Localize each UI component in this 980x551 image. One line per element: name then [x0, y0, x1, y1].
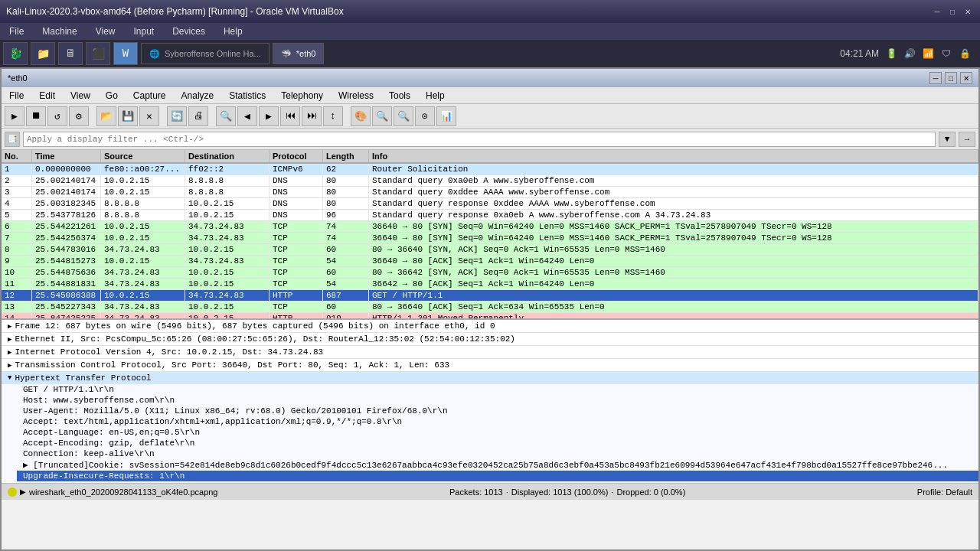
ws-menu-file[interactable]: File	[6, 89, 27, 103]
packet-cell-5: 54	[323, 279, 369, 289]
taskbar-icon-1[interactable]: 🐉	[3, 42, 28, 65]
minimize-button[interactable]: ─	[931, 5, 943, 18]
packet-row[interactable]: 525.5437781268.8.8.810.0.2.15DNS96Standa…	[2, 210, 978, 221]
packet-row[interactable]: 625.54422126110.0.2.1534.73.24.83TCP7436…	[2, 221, 978, 233]
packet-row[interactable]: 325.00214017410.0.2.158.8.8.8DNS80Standa…	[2, 187, 978, 198]
toolbar-go-last[interactable]: ⏭	[302, 106, 322, 126]
detail-line-1[interactable]: Host: www.syberoffense.com\r\n	[17, 395, 978, 406]
ws-menu-help[interactable]: Help	[423, 89, 448, 103]
vbox-menu-input[interactable]: Input	[131, 24, 158, 38]
taskbar-icon-3[interactable]: 🖥	[58, 42, 83, 65]
detail-line-2[interactable]: User-Agent: Mozilla/5.0 (X11; Linux x86_…	[17, 406, 978, 416]
ws-menu-edit[interactable]: Edit	[36, 89, 58, 103]
packet-cell-3: 34.73.24.83	[185, 221, 270, 232]
packet-cell-5: 60	[323, 267, 369, 278]
packet-row[interactable]: 1325.54522734334.73.24.8310.0.2.15TCP608…	[2, 302, 978, 313]
taskbar-icon-4[interactable]: ⬛	[86, 42, 110, 65]
ws-menu-tools[interactable]: Tools	[386, 89, 413, 103]
packet-cell-3: 10.0.2.15	[185, 198, 270, 209]
vbox-menu-devices[interactable]: Devices	[169, 24, 208, 38]
toolbar-zoom-reset[interactable]: ⊙	[415, 106, 435, 126]
filter-dropdown-button[interactable]: ▼	[939, 132, 956, 147]
filter-input[interactable]	[23, 132, 936, 147]
detail-line-4[interactable]: Accept-Language: en-US,en;q=0.5\r\n	[17, 427, 978, 438]
packet-cell-5: 687	[323, 290, 369, 301]
taskbar-icon-2[interactable]: 📁	[31, 42, 55, 65]
toolbar-restart-capture[interactable]: ↺	[47, 106, 67, 126]
packet-rows-container: 10.000000000fe80::a00:27...ff02::2ICMPv6…	[2, 164, 978, 318]
toolbar-zoom-in[interactable]: 🔍	[372, 106, 392, 126]
packet-cell-1: 0.000000000	[32, 164, 101, 174]
toolbar-close-file[interactable]: ✕	[139, 106, 159, 126]
detail-section-header-0[interactable]: ▶Frame 12: 687 bytes on wire (5496 bits)…	[2, 320, 978, 332]
ws-maximize-button[interactable]: □	[945, 72, 957, 84]
toolbar-open-options[interactable]: ⚙	[69, 106, 89, 126]
detail-section-header-3[interactable]: ▶Transmission Control Protocol, Src Port…	[2, 359, 978, 371]
packet-cell-2: 10.0.2.15	[101, 233, 185, 243]
detail-line-5[interactable]: Accept-Encoding: gzip, deflate\r\n	[17, 438, 978, 448]
toolbar-go-forward[interactable]: ▶	[259, 106, 279, 126]
ws-menu-statistics[interactable]: Statistics	[226, 89, 269, 103]
toolbar-go-first[interactable]: ⏮	[280, 106, 300, 126]
taskbar-icon-5[interactable]: W	[113, 42, 138, 65]
toolbar-colorize[interactable]: 🎨	[351, 106, 371, 126]
ws-menu-capture[interactable]: Capture	[130, 89, 169, 103]
ws-minimize-button[interactable]: ─	[929, 72, 942, 84]
detail-line-8[interactable]: Upgrade-Insecure-Requests: 1\r\n	[17, 471, 978, 481]
detail-section-header-1[interactable]: ▶Ethernet II, Src: PcsCompu_5c:65:26 (08…	[2, 333, 978, 345]
toolbar-start-capture[interactable]: ▶	[5, 106, 24, 126]
maximize-button[interactable]: □	[946, 5, 959, 18]
packet-row[interactable]: 1025.54487563634.73.24.8310.0.2.15TCP608…	[2, 267, 978, 279]
toolbar-graph[interactable]: 📊	[436, 106, 456, 126]
packet-cell-1: 25.544815273	[32, 256, 101, 266]
detail-line-7[interactable]: ▶ [Truncated]Cookie: svSession=542e814de…	[17, 459, 978, 471]
packet-row[interactable]: 425.0031823458.8.8.810.0.2.15DNS80Standa…	[2, 198, 978, 210]
packet-cell-6: 80 → 36642 [SYN, ACK] Seq=0 Ack=1 Win=65…	[369, 267, 978, 278]
vbox-menu-help[interactable]: Help	[220, 24, 246, 38]
detail-section-header-2[interactable]: ▶Internet Protocol Version 4, Src: 10.0.…	[2, 346, 978, 358]
toolbar-zoom-out[interactable]: 🔍	[394, 106, 413, 126]
packet-row[interactable]: 825.54478301634.73.24.8310.0.2.15TCP6080…	[2, 244, 978, 256]
filter-bookmark-icon[interactable]: 📑	[5, 132, 20, 147]
packet-cell-2: 8.8.8.8	[101, 198, 185, 209]
toolbar-reload[interactable]: 🔄	[167, 106, 187, 126]
detail-line-3[interactable]: Accept: text/html,application/xhtml+xml,…	[17, 416, 978, 427]
toolbar-find-packet[interactable]: 🔍	[216, 106, 236, 126]
packet-row[interactable]: 1425.84742522534.73.24.8310.0.2.15HTTP91…	[2, 313, 978, 318]
ws-menu-wireless[interactable]: Wireless	[335, 89, 377, 103]
status-dropped: Dropped: 0 (0.0%)	[616, 487, 685, 497]
toolbar-go-back[interactable]: ◀	[237, 106, 257, 126]
ws-menu-analyze[interactable]: Analyze	[178, 89, 217, 103]
taskbar-tab-browser[interactable]: 🌐 Syberoffense Online Ha...	[141, 43, 270, 64]
vbox-menu-view[interactable]: View	[93, 24, 119, 38]
vbox-menu-machine[interactable]: Machine	[39, 24, 80, 38]
toolbar-print[interactable]: 🖨	[188, 106, 208, 126]
packet-row[interactable]: 10.000000000fe80::a00:27...ff02::2ICMPv6…	[2, 164, 978, 175]
ws-close-button[interactable]: ✕	[960, 72, 972, 84]
packet-cell-2: 10.0.2.15	[101, 175, 185, 186]
packet-cell-2: 10.0.2.15	[101, 187, 185, 197]
toolbar-go-to[interactable]: ↕	[323, 106, 343, 126]
vbox-menu-file[interactable]: File	[6, 24, 27, 38]
ws-menu-view[interactable]: View	[67, 89, 93, 103]
packet-row[interactable]: 1225.54508638810.0.2.1534.73.24.83HTTP68…	[2, 290, 978, 302]
toolbar-save-file[interactable]: 💾	[118, 106, 138, 126]
packet-cell-1: 25.544881831	[32, 279, 101, 289]
ws-menu-go[interactable]: Go	[103, 89, 121, 103]
toolbar-open-file[interactable]: 📂	[96, 106, 116, 126]
packet-row[interactable]: 1125.54488183134.73.24.8310.0.2.15TCP543…	[2, 279, 978, 290]
detail-line-6[interactable]: Connection: keep-alive\r\n	[17, 448, 978, 459]
detail-triangle-0: ▶	[8, 322, 11, 331]
close-button[interactable]: ✕	[962, 5, 974, 18]
detail-section-header-4[interactable]: ▼Hypertext Transfer Protocol	[2, 372, 978, 384]
packet-row[interactable]: 225.00214017410.0.2.158.8.8.8DNS80Standa…	[2, 175, 978, 187]
toolbar-stop-capture[interactable]: ⏹	[26, 106, 46, 126]
ws-menu-telephony[interactable]: Telephony	[278, 89, 326, 103]
packet-cell-4: TCP	[270, 233, 323, 243]
packet-row[interactable]: 725.54425637410.0.2.1534.73.24.83TCP7436…	[2, 233, 978, 244]
status-sep2: ·	[611, 487, 613, 497]
detail-line-0[interactable]: GET / HTTP/1.1\r\n	[17, 384, 978, 395]
taskbar-tab-wireshark[interactable]: 🦈 *eth0	[273, 43, 325, 64]
filter-apply-button[interactable]: →	[959, 132, 975, 147]
packet-row[interactable]: 925.54481527310.0.2.1534.73.24.83TCP5436…	[2, 256, 978, 267]
